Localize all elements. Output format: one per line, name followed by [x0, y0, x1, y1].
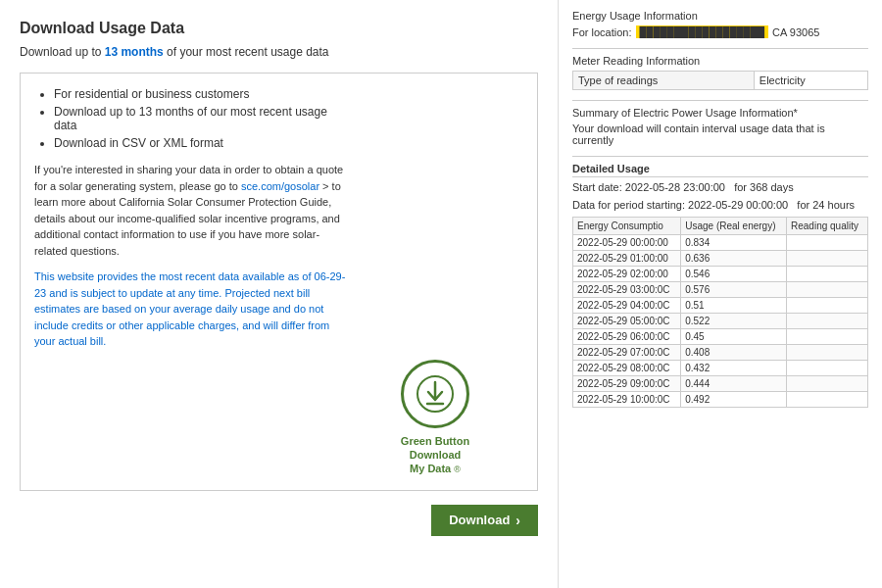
content-box: For residential or business customers Do…	[20, 73, 538, 491]
cell-datetime: 2022-05-29 06:00:0C	[573, 329, 681, 345]
cell-datetime: 2022-05-29 07:00:0C	[573, 345, 681, 361]
green-button-line2: My Data ®	[347, 462, 523, 476]
period-row: Data for period starting: 2022-05-29 00:…	[572, 199, 868, 211]
table-row: 2022-05-29 05:00:0C0.522	[573, 314, 868, 329]
green-button-top: Green Button	[347, 434, 523, 448]
col-datetime: Energy Consumptio	[573, 218, 681, 235]
cell-quality	[787, 251, 868, 267]
list-item: For residential or business customers	[54, 87, 348, 101]
location-row: For location: ██████████████████ CA 9306…	[572, 25, 868, 38]
start-date-label: Start date:	[572, 181, 622, 193]
cell-quality	[787, 345, 868, 361]
meter-reading-section: Meter Reading Information Type of readin…	[572, 55, 868, 90]
table-row: 2022-05-29 00:00:000.834	[573, 235, 868, 251]
period-value: 2022-05-29 00:00:00	[688, 199, 788, 211]
green-button-circle	[401, 360, 469, 428]
cell-datetime: 2022-05-29 01:00:00	[573, 251, 681, 267]
cell-quality	[787, 376, 868, 392]
notice-text: This website provides the most recent da…	[34, 269, 348, 350]
cell-datetime: 2022-05-29 02:00:00	[573, 267, 681, 282]
download-btn-container: Download ›	[20, 505, 538, 536]
col-usage: Usage (Real energy)	[681, 218, 787, 235]
summary-text: Your download will contain interval usag…	[572, 122, 868, 146]
col-quality: Reading quality	[787, 218, 868, 235]
green-button-line1: Download	[347, 448, 523, 462]
solar-link[interactable]: sce.com/gosolar	[241, 180, 319, 192]
solar-text: If you're interested in sharing your dat…	[34, 162, 348, 259]
cell-quality	[787, 314, 868, 329]
cell-quality	[787, 361, 868, 376]
cell-usage: 0.51	[681, 298, 787, 314]
table-row: 2022-05-29 06:00:0C0.45	[573, 329, 868, 345]
cell-datetime: 2022-05-29 03:00:0C	[573, 282, 681, 298]
cell-datetime: 2022-05-29 05:00:0C	[573, 314, 681, 329]
table-header: Energy Consumptio Usage (Real energy) Re…	[573, 218, 868, 235]
subtitle: Download up to 13 months of your most re…	[20, 45, 538, 59]
data-table: Energy Consumptio Usage (Real energy) Re…	[572, 217, 868, 408]
subtitle-months: 13 months	[105, 45, 164, 59]
start-date-value: 2022-05-28 23:00:00	[625, 181, 725, 193]
download-button[interactable]: Download ›	[431, 505, 538, 536]
divider	[572, 48, 868, 49]
cell-quality	[787, 282, 868, 298]
cell-datetime: 2022-05-29 09:00:0C	[573, 376, 681, 392]
cell-quality	[787, 298, 868, 314]
left-panel: Download Usage Data Download up to 13 mo…	[0, 0, 559, 588]
location-label: For location:	[572, 26, 632, 38]
bullet-section: For residential or business customers Do…	[34, 87, 348, 350]
divider	[572, 100, 868, 101]
table-row: 2022-05-29 08:00:0C0.432	[573, 361, 868, 376]
cell-quality	[787, 267, 868, 282]
cell-usage: 0.576	[681, 282, 787, 298]
table-row: 2022-05-29 03:00:0C0.576	[573, 282, 868, 298]
download-circle-icon	[416, 374, 455, 414]
period-label: Data for period starting:	[572, 199, 685, 211]
cell-usage: 0.636	[681, 251, 787, 267]
meter-table: Type of readings Electricity	[572, 71, 868, 90]
summary-section: Summary of Electric Power Usage Informat…	[572, 107, 868, 146]
table-row: 2022-05-29 10:00:0C0.492	[573, 392, 868, 408]
cell-usage: 0.444	[681, 376, 787, 392]
table-body: 2022-05-29 00:00:000.8342022-05-29 01:00…	[573, 235, 868, 408]
energy-usage-section: Energy Usage Information For location: █…	[572, 10, 868, 38]
meter-reading-label: Meter Reading Information	[572, 55, 868, 67]
cell-usage: 0.834	[681, 235, 787, 251]
start-date-suffix: for 368 days	[734, 181, 794, 193]
header-row: Energy Consumptio Usage (Real energy) Re…	[573, 218, 868, 235]
type-label: Type of readings	[573, 72, 755, 90]
detailed-usage-label: Detailed Usage	[572, 163, 868, 177]
page-title: Download Usage Data	[20, 20, 538, 37]
cell-usage: 0.432	[681, 361, 787, 376]
green-button-logo: Green Button Download My Data ®	[347, 360, 523, 476]
type-value: Electricity	[754, 72, 867, 90]
feature-list: For residential or business customers Do…	[34, 87, 348, 150]
list-item: Download in CSV or XML format	[54, 136, 348, 150]
cell-usage: 0.492	[681, 392, 787, 408]
cell-datetime: 2022-05-29 10:00:0C	[573, 392, 681, 408]
cell-quality	[787, 329, 868, 345]
cell-usage: 0.408	[681, 345, 787, 361]
table-row: 2022-05-29 04:00:0C0.51	[573, 298, 868, 314]
table-row: 2022-05-29 01:00:000.636	[573, 251, 868, 267]
cell-datetime: 2022-05-29 08:00:0C	[573, 361, 681, 376]
green-button-label: Green Button Download My Data ®	[347, 434, 523, 476]
right-panel: Energy Usage Information For location: █…	[559, 0, 882, 588]
cell-datetime: 2022-05-29 00:00:00	[573, 235, 681, 251]
table-row: 2022-05-29 09:00:0C0.444	[573, 376, 868, 392]
green-button-my-data: My Data	[410, 463, 451, 474]
cell-usage: 0.45	[681, 329, 787, 345]
table-row: 2022-05-29 07:00:0C0.408	[573, 345, 868, 361]
subtitle-post: of your most recent usage data	[164, 45, 329, 59]
cell-quality	[787, 392, 868, 408]
table-row: 2022-05-29 02:00:000.546	[573, 267, 868, 282]
download-button-label: Download	[449, 513, 510, 527]
location-state: CA 93065	[772, 26, 819, 38]
cell-usage: 0.522	[681, 314, 787, 329]
subtitle-pre: Download up to	[20, 45, 105, 59]
arrow-right-icon: ›	[515, 513, 520, 528]
green-button-registered: ®	[454, 465, 461, 474]
energy-usage-label: Energy Usage Information	[572, 10, 868, 22]
cell-usage: 0.546	[681, 267, 787, 282]
cell-datetime: 2022-05-29 04:00:0C	[573, 298, 681, 314]
period-suffix: for 24 hours	[797, 199, 855, 211]
